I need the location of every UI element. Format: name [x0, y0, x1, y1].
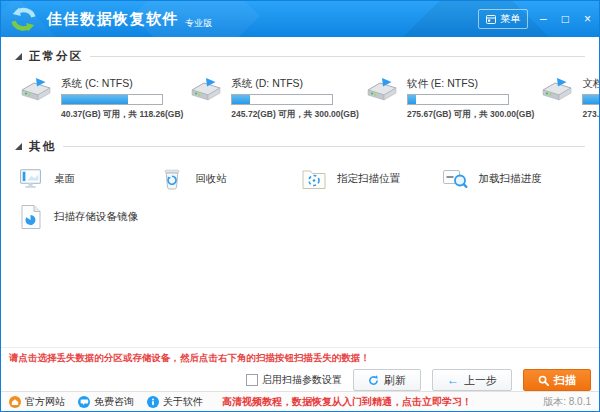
back-label: 上一步 — [464, 373, 497, 388]
item-label: 回收站 — [196, 172, 228, 186]
scan-params-checkbox[interactable]: 启用扫描参数设置 — [246, 373, 342, 387]
section-header-others[interactable]: 其他 — [15, 139, 585, 154]
warning-text: 请点击选择丢失数据的分区或存储设备，然后点击右下角的扫描按钮扫描丢失的数据！ — [9, 352, 591, 365]
drive-usage-bar — [582, 94, 600, 105]
section-divider — [63, 146, 585, 147]
item-load-scan-progress[interactable]: 加载扫描进度 — [442, 165, 584, 192]
titlebar: 佳佳数据恢复软件 专业版 菜单 – □ × — [1, 1, 599, 37]
drive-usage-fill — [62, 95, 128, 104]
expander-triangle-icon — [15, 53, 22, 60]
section-title: 其他 — [29, 139, 56, 154]
hard-drive-icon — [365, 77, 399, 103]
partition-list: 系统 (C: NTFS) 40.37(GB) 可用，共 118.26(GB) 系… — [17, 75, 583, 123]
drive-usage-fill — [408, 95, 416, 104]
item-label: 指定扫描位置 — [337, 172, 400, 186]
drive-capacity: 275.67(GB) 可用，共 300.00(GB) — [407, 109, 535, 121]
footer-bar: 请点击选择丢失数据的分区或存储设备，然后点击右下角的扫描按钮扫描丢失的数据！ 启… — [1, 347, 599, 391]
about-software-link[interactable]: 关于软件 — [147, 395, 203, 409]
footer-controls: 启用扫描参数设置 刷新 ← 上一步 扫描 — [9, 369, 591, 391]
expander-triangle-icon — [15, 143, 22, 150]
app-logo-icon — [9, 6, 38, 33]
section-header-partitions[interactable]: 正常分区 — [15, 49, 585, 64]
drive-item-d[interactable]: 系统 (D: NTFS) 245.72(GB) 可用，共 300.00(GB) — [187, 75, 361, 123]
app-title: 佳佳数据恢复软件 — [47, 10, 179, 29]
drive-capacity: 273.75(GB) 可用，共 331.28(GB) — [582, 109, 600, 121]
other-locations-list: 桌面 回收站 — [17, 165, 583, 230]
hard-drive-icon — [540, 77, 574, 103]
drive-usage-bar — [231, 94, 333, 105]
item-label: 加载扫描进度 — [479, 172, 542, 186]
drive-name: 系统 (C: NTFS) — [61, 77, 183, 91]
home-circle-icon — [9, 396, 21, 408]
drive-item-c[interactable]: 系统 (C: NTFS) 40.37(GB) 可用，共 118.26(GB) — [17, 75, 185, 123]
link-label: 官方网站 — [25, 395, 65, 409]
menu-button[interactable]: 菜单 — [478, 9, 528, 29]
minimize-button[interactable]: – — [540, 13, 547, 25]
promo-text[interactable]: 高清视频教程，数据恢复从入门到精通，点击立即学习！ — [222, 395, 472, 409]
magnifier-icon — [538, 375, 549, 386]
drive-item-e[interactable]: 软件 (E: NTFS) 275.67(GB) 可用，共 300.00(GB) — [363, 75, 537, 123]
link-label: 关于软件 — [163, 395, 203, 409]
item-scan-device-image[interactable]: 扫描存储设备镜像 — [17, 203, 159, 230]
drive-name: 系统 (D: NTFS) — [231, 77, 359, 91]
menu-label: 菜单 — [500, 12, 520, 26]
checkbox-box[interactable] — [246, 374, 258, 386]
desktop-icon — [17, 165, 44, 192]
search-document-icon — [442, 165, 469, 192]
drive-name: 文档 (F: NTFS) — [582, 77, 600, 91]
drive-capacity: 245.72(GB) 可用，共 300.00(GB) — [231, 109, 359, 121]
drive-usage-bar — [61, 94, 163, 105]
link-label: 免费咨询 — [94, 395, 134, 409]
drive-capacity: 40.37(GB) 可用，共 118.26(GB) — [61, 109, 183, 121]
section-title: 正常分区 — [29, 49, 83, 64]
hard-drive-icon — [19, 77, 53, 103]
disk-image-icon — [17, 203, 44, 230]
chat-circle-icon — [78, 396, 90, 408]
checkbox-label: 启用扫描参数设置 — [262, 373, 342, 387]
about-circle-icon — [147, 396, 159, 408]
menu-icon — [486, 15, 496, 24]
maximize-button[interactable]: □ — [562, 13, 569, 25]
item-label: 桌面 — [54, 172, 75, 186]
refresh-button[interactable]: 刷新 — [353, 369, 421, 391]
official-website-link[interactable]: 官方网站 — [9, 395, 65, 409]
refresh-label: 刷新 — [384, 373, 406, 388]
free-consult-link[interactable]: 免费咨询 — [78, 395, 134, 409]
edition-badge: 专业版 — [185, 17, 212, 30]
item-desktop[interactable]: 桌面 — [17, 165, 159, 192]
scan-button[interactable]: 扫描 — [523, 369, 591, 391]
refresh-icon — [368, 375, 379, 386]
drive-usage-bar — [407, 94, 509, 105]
version-label: 版本: 8.0.1 — [543, 395, 591, 409]
item-label: 扫描存储设备镜像 — [54, 210, 138, 224]
hard-drive-icon — [189, 77, 223, 103]
main-content: 正常分区 系统 (C: NTFS) 40.37(GB) 可用，共 118.26(… — [1, 37, 599, 347]
close-button[interactable]: × — [584, 13, 591, 25]
drive-usage-fill — [583, 95, 600, 104]
folder-target-icon — [300, 165, 327, 192]
drive-usage-fill — [232, 95, 250, 104]
recycle-bin-icon — [159, 165, 186, 192]
section-divider — [90, 56, 585, 57]
scan-label: 扫描 — [554, 373, 576, 388]
drive-item-f[interactable]: 文档 (F: NTFS) 273.75(GB) 可用，共 331.28(GB) — [538, 75, 600, 123]
item-recycle-bin[interactable]: 回收站 — [159, 165, 301, 192]
item-scan-location[interactable]: 指定扫描位置 — [300, 165, 442, 192]
app-window: 佳佳数据恢复软件 专业版 菜单 – □ × 正常分区 — [0, 0, 600, 412]
status-bar: 官方网站 免费咨询 关于软件 高清视频教程，数据恢复从入门到精通，点击立即学习！… — [1, 391, 599, 411]
titlebar-decoration — [398, 1, 554, 37]
drive-name: 软件 (E: NTFS) — [407, 77, 535, 91]
back-button[interactable]: ← 上一步 — [432, 369, 512, 391]
window-controls: – □ × — [540, 13, 591, 25]
back-arrow-icon: ← — [447, 373, 459, 387]
